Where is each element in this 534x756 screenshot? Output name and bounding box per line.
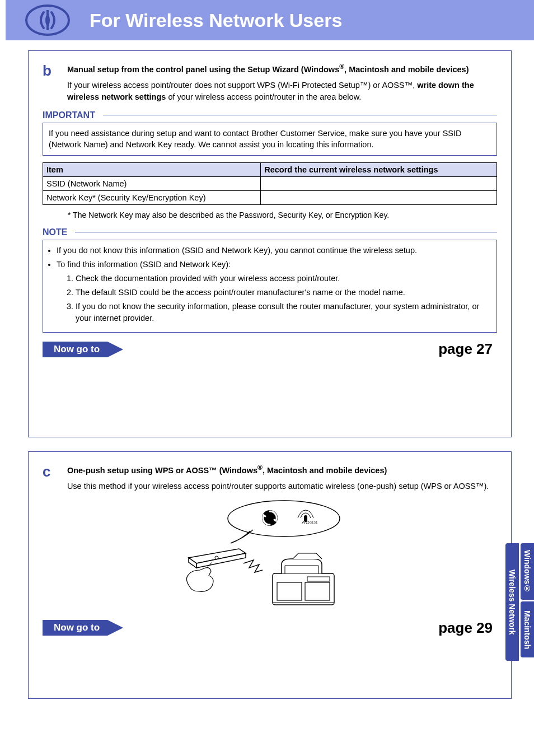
svg-rect-10 bbox=[277, 582, 302, 600]
arrow-icon bbox=[107, 342, 123, 357]
step-letter-b: b bbox=[43, 62, 65, 80]
note-heading: NOTE bbox=[43, 227, 497, 237]
svg-rect-11 bbox=[305, 582, 330, 600]
networkkey-input-cell[interactable] bbox=[261, 190, 497, 204]
goto-bar-b: Now go to page 27 bbox=[43, 340, 497, 358]
svg-rect-12 bbox=[307, 577, 330, 581]
header-bar: For Wireless Network Users bbox=[6, 0, 534, 40]
section-c: c One-push setup using WPS or AOSS™ (Win… bbox=[28, 451, 512, 699]
table-row: SSID (Network Name) bbox=[43, 176, 497, 190]
step-b-body: If your wireless access point/router doe… bbox=[67, 80, 494, 102]
tab-wireless-network[interactable]: Wireless Network bbox=[505, 543, 519, 661]
goto-label: Now go to bbox=[43, 342, 107, 357]
step-letter-c: c bbox=[43, 463, 65, 480]
arrow-icon bbox=[107, 620, 123, 636]
goto-bar-c: Now go to page 29 bbox=[43, 619, 497, 637]
table-header-item: Item bbox=[43, 162, 261, 176]
tab-macintosh[interactable]: Macintosh bbox=[521, 601, 534, 657]
goto-label: Now go to bbox=[43, 620, 107, 636]
page-title: For Wireless Network Users bbox=[90, 10, 342, 31]
section-b: b Manual setup from the control panel us… bbox=[28, 50, 512, 437]
goto-page-27: page 27 bbox=[123, 340, 497, 358]
side-tabs: Wireless Network Windows® Macintosh bbox=[505, 543, 534, 661]
goto-page-29: page 29 bbox=[123, 619, 497, 637]
table-header-record: Record the current wireless network sett… bbox=[261, 162, 497, 176]
step-c-title: One-push setup using WPS or AOSS™ (Windo… bbox=[67, 463, 494, 476]
svg-text:AOSS: AOSS bbox=[302, 520, 318, 525]
ssid-input-cell[interactable] bbox=[261, 176, 497, 190]
wps-aoss-illustration: AOSS bbox=[43, 497, 497, 611]
step-c-body: Use this method if your wireless access … bbox=[67, 480, 494, 492]
important-heading: IMPORTANT bbox=[43, 110, 497, 120]
note-box: If you do not know this information (SSI… bbox=[43, 240, 497, 333]
step-b-title: Manual setup from the control panel usin… bbox=[67, 62, 494, 75]
svg-point-4 bbox=[262, 510, 278, 526]
svg-point-3 bbox=[228, 501, 340, 536]
tab-windows[interactable]: Windows® bbox=[521, 543, 534, 600]
important-box: If you need assistance during setup and … bbox=[43, 123, 497, 156]
table-row: Network Key* (Security Key/Encryption Ke… bbox=[43, 190, 497, 204]
wifi-header-icon bbox=[22, 2, 73, 40]
settings-table: Item Record the current wireless network… bbox=[43, 162, 497, 205]
network-key-footnote: * The Network Key may also be described … bbox=[68, 211, 497, 220]
